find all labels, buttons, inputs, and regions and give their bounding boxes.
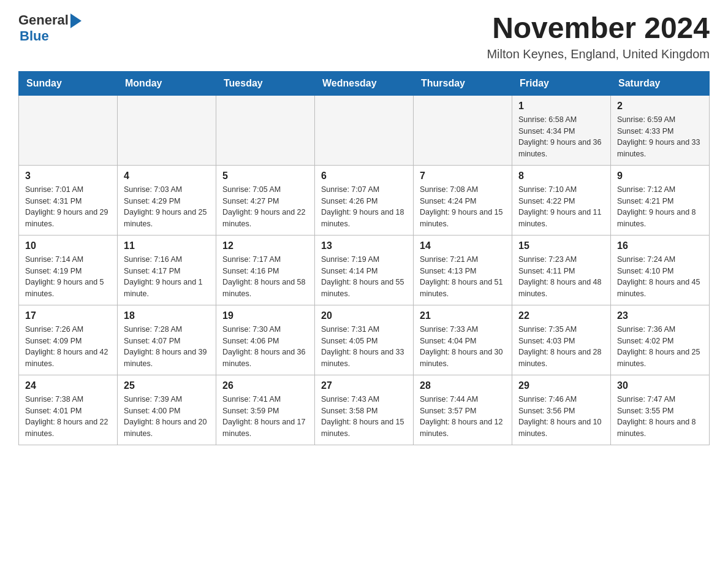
day-number: 9 <box>617 170 703 182</box>
day-info: Sunrise: 7:47 AM Sunset: 3:55 PM Dayligh… <box>617 394 703 440</box>
calendar-cell: 24Sunrise: 7:38 AM Sunset: 4:01 PM Dayli… <box>19 375 118 445</box>
day-number: 14 <box>420 240 506 251</box>
day-number: 12 <box>222 240 308 251</box>
calendar-title-area: November 2024 Milton Keynes, England, Un… <box>487 12 710 61</box>
day-info: Sunrise: 7:35 AM Sunset: 4:03 PM Dayligh… <box>518 324 604 370</box>
day-info: Sunrise: 7:19 AM Sunset: 4:14 PM Dayligh… <box>321 254 407 300</box>
day-number: 6 <box>321 170 407 182</box>
calendar-cell: 23Sunrise: 7:36 AM Sunset: 4:02 PM Dayli… <box>611 305 710 375</box>
day-number: 28 <box>420 380 506 391</box>
logo-general-text: General <box>18 12 69 28</box>
calendar-cell: 21Sunrise: 7:33 AM Sunset: 4:04 PM Dayli… <box>414 305 512 375</box>
calendar-cell: 16Sunrise: 7:24 AM Sunset: 4:10 PM Dayli… <box>611 235 710 305</box>
logo-blue-text: Blue <box>20 28 49 44</box>
day-number: 27 <box>321 380 407 391</box>
calendar-row-2: 10Sunrise: 7:14 AM Sunset: 4:19 PM Dayli… <box>19 235 710 305</box>
logo-arrow-icon <box>70 13 82 28</box>
calendar-row-3: 17Sunrise: 7:26 AM Sunset: 4:09 PM Dayli… <box>19 305 710 375</box>
day-info: Sunrise: 7:12 AM Sunset: 4:21 PM Dayligh… <box>617 184 703 230</box>
calendar-cell: 26Sunrise: 7:41 AM Sunset: 3:59 PM Dayli… <box>216 375 315 445</box>
day-info: Sunrise: 7:43 AM Sunset: 3:58 PM Dayligh… <box>321 394 407 440</box>
day-number: 25 <box>124 380 210 391</box>
calendar-row-4: 24Sunrise: 7:38 AM Sunset: 4:01 PM Dayli… <box>19 375 710 445</box>
calendar-cell <box>19 95 118 165</box>
calendar-cell: 18Sunrise: 7:28 AM Sunset: 4:07 PM Dayli… <box>118 305 216 375</box>
calendar-cell <box>315 95 414 165</box>
day-number: 15 <box>518 240 604 251</box>
weekday-header-friday: Friday <box>512 71 611 95</box>
calendar-row-0: 1Sunrise: 6:58 AM Sunset: 4:34 PM Daylig… <box>19 95 710 165</box>
day-info: Sunrise: 7:16 AM Sunset: 4:17 PM Dayligh… <box>124 254 210 300</box>
day-info: Sunrise: 7:44 AM Sunset: 3:57 PM Dayligh… <box>420 394 506 440</box>
logo: General Blue <box>18 12 82 44</box>
day-number: 8 <box>518 170 604 182</box>
weekday-header-saturday: Saturday <box>611 71 710 95</box>
day-number: 5 <box>222 170 308 182</box>
day-info: Sunrise: 7:05 AM Sunset: 4:27 PM Dayligh… <box>222 184 308 230</box>
day-info: Sunrise: 7:10 AM Sunset: 4:22 PM Dayligh… <box>518 184 604 230</box>
day-info: Sunrise: 7:26 AM Sunset: 4:09 PM Dayligh… <box>25 324 111 370</box>
day-number: 22 <box>518 310 604 321</box>
calendar-cell: 27Sunrise: 7:43 AM Sunset: 3:58 PM Dayli… <box>315 375 414 445</box>
day-info: Sunrise: 7:39 AM Sunset: 4:00 PM Dayligh… <box>124 394 210 440</box>
calendar-cell: 25Sunrise: 7:39 AM Sunset: 4:00 PM Dayli… <box>118 375 216 445</box>
weekday-header-tuesday: Tuesday <box>216 71 315 95</box>
weekday-header-monday: Monday <box>118 71 216 95</box>
calendar-cell <box>118 95 216 165</box>
calendar-cell: 13Sunrise: 7:19 AM Sunset: 4:14 PM Dayli… <box>315 235 414 305</box>
calendar-cell: 19Sunrise: 7:30 AM Sunset: 4:06 PM Dayli… <box>216 305 315 375</box>
calendar-cell: 12Sunrise: 7:17 AM Sunset: 4:16 PM Dayli… <box>216 235 315 305</box>
calendar-cell <box>414 95 512 165</box>
month-title: November 2024 <box>487 12 710 45</box>
calendar-cell: 5Sunrise: 7:05 AM Sunset: 4:27 PM Daylig… <box>216 165 315 235</box>
weekday-header-sunday: Sunday <box>19 71 118 95</box>
day-info: Sunrise: 7:08 AM Sunset: 4:24 PM Dayligh… <box>420 184 506 230</box>
day-info: Sunrise: 7:01 AM Sunset: 4:31 PM Dayligh… <box>25 184 111 230</box>
calendar-cell: 4Sunrise: 7:03 AM Sunset: 4:29 PM Daylig… <box>118 165 216 235</box>
calendar-cell: 8Sunrise: 7:10 AM Sunset: 4:22 PM Daylig… <box>512 165 611 235</box>
day-number: 2 <box>617 101 703 112</box>
calendar-cell: 17Sunrise: 7:26 AM Sunset: 4:09 PM Dayli… <box>19 305 118 375</box>
weekday-header-row: SundayMondayTuesdayWednesdayThursdayFrid… <box>19 71 710 95</box>
day-info: Sunrise: 6:58 AM Sunset: 4:34 PM Dayligh… <box>518 114 604 160</box>
calendar-cell: 22Sunrise: 7:35 AM Sunset: 4:03 PM Dayli… <box>512 305 611 375</box>
day-number: 21 <box>420 310 506 321</box>
day-info: Sunrise: 7:03 AM Sunset: 4:29 PM Dayligh… <box>124 184 210 230</box>
calendar-cell: 3Sunrise: 7:01 AM Sunset: 4:31 PM Daylig… <box>19 165 118 235</box>
calendar-cell: 30Sunrise: 7:47 AM Sunset: 3:55 PM Dayli… <box>611 375 710 445</box>
page-header: General Blue November 2024 Milton Keynes… <box>18 12 710 61</box>
day-info: Sunrise: 7:21 AM Sunset: 4:13 PM Dayligh… <box>420 254 506 300</box>
calendar-cell: 1Sunrise: 6:58 AM Sunset: 4:34 PM Daylig… <box>512 95 611 165</box>
calendar-cell: 10Sunrise: 7:14 AM Sunset: 4:19 PM Dayli… <box>19 235 118 305</box>
calendar-row-1: 3Sunrise: 7:01 AM Sunset: 4:31 PM Daylig… <box>19 165 710 235</box>
calendar-cell: 9Sunrise: 7:12 AM Sunset: 4:21 PM Daylig… <box>611 165 710 235</box>
day-number: 13 <box>321 240 407 251</box>
day-number: 1 <box>518 101 604 112</box>
day-info: Sunrise: 7:30 AM Sunset: 4:06 PM Dayligh… <box>222 324 308 370</box>
calendar-cell: 20Sunrise: 7:31 AM Sunset: 4:05 PM Dayli… <box>315 305 414 375</box>
day-number: 18 <box>124 310 210 321</box>
calendar-table: SundayMondayTuesdayWednesdayThursdayFrid… <box>18 71 710 445</box>
day-info: Sunrise: 7:46 AM Sunset: 3:56 PM Dayligh… <box>518 394 604 440</box>
day-number: 16 <box>617 240 703 251</box>
day-number: 4 <box>124 170 210 182</box>
day-number: 26 <box>222 380 308 391</box>
day-info: Sunrise: 6:59 AM Sunset: 4:33 PM Dayligh… <box>617 114 703 160</box>
day-number: 19 <box>222 310 308 321</box>
location-title: Milton Keynes, England, United Kingdom <box>487 47 710 61</box>
calendar-cell: 11Sunrise: 7:16 AM Sunset: 4:17 PM Dayli… <box>118 235 216 305</box>
day-number: 7 <box>420 170 506 182</box>
calendar-cell: 6Sunrise: 7:07 AM Sunset: 4:26 PM Daylig… <box>315 165 414 235</box>
day-info: Sunrise: 7:14 AM Sunset: 4:19 PM Dayligh… <box>25 254 111 300</box>
calendar-cell: 15Sunrise: 7:23 AM Sunset: 4:11 PM Dayli… <box>512 235 611 305</box>
day-info: Sunrise: 7:23 AM Sunset: 4:11 PM Dayligh… <box>518 254 604 300</box>
day-number: 10 <box>25 240 111 251</box>
day-number: 30 <box>617 380 703 391</box>
calendar-cell: 28Sunrise: 7:44 AM Sunset: 3:57 PM Dayli… <box>414 375 512 445</box>
day-number: 17 <box>25 310 111 321</box>
day-info: Sunrise: 7:38 AM Sunset: 4:01 PM Dayligh… <box>25 394 111 440</box>
day-info: Sunrise: 7:17 AM Sunset: 4:16 PM Dayligh… <box>222 254 308 300</box>
day-number: 29 <box>518 380 604 391</box>
calendar-cell: 7Sunrise: 7:08 AM Sunset: 4:24 PM Daylig… <box>414 165 512 235</box>
day-number: 11 <box>124 240 210 251</box>
